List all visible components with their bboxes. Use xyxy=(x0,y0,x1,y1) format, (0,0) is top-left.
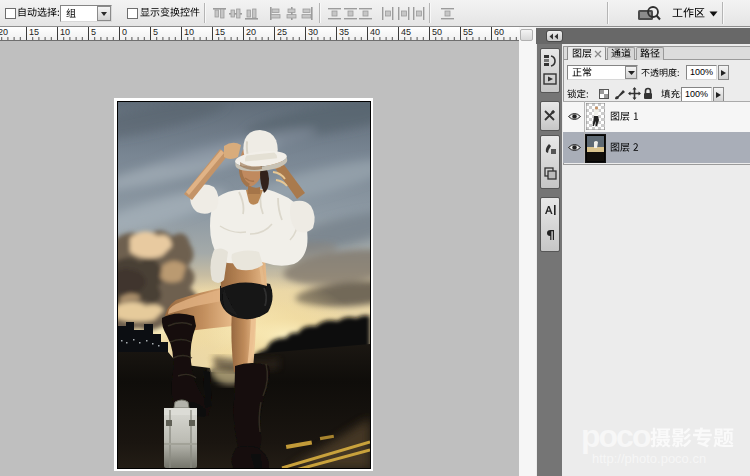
svg-text:35: 35 xyxy=(339,27,349,37)
svg-text:10: 10 xyxy=(184,27,194,37)
svg-text:5: 5 xyxy=(91,27,96,37)
svg-text:20: 20 xyxy=(0,27,8,37)
svg-text:5: 5 xyxy=(153,27,158,37)
svg-text:55: 55 xyxy=(463,27,473,37)
svg-text:40: 40 xyxy=(370,27,380,37)
svg-text:45: 45 xyxy=(401,27,411,37)
svg-text:20: 20 xyxy=(246,27,256,37)
svg-text:30: 30 xyxy=(308,27,318,37)
svg-text:25: 25 xyxy=(277,27,287,37)
svg-text:15: 15 xyxy=(29,27,39,37)
svg-text:50: 50 xyxy=(432,27,442,37)
svg-text:0: 0 xyxy=(122,27,127,37)
svg-text:10: 10 xyxy=(60,27,70,37)
svg-text:15: 15 xyxy=(215,27,225,37)
svg-text:60: 60 xyxy=(494,27,504,37)
